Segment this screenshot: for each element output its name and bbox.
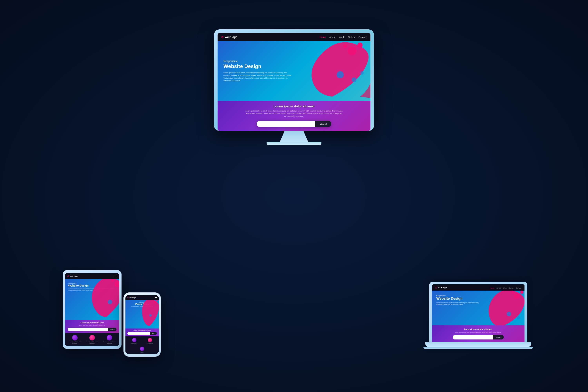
hamburger-line (114, 276, 117, 276)
phone-device: YourLogo Responsive Website Design Lorem… (124, 292, 161, 357)
card-circle (132, 338, 136, 342)
nav-item-galery[interactable]: Galery (348, 35, 355, 39)
tablet-purple-desc: Lorem ipsum dolor sit amet consectetur a… (68, 324, 116, 326)
tablet-card-2: Lorem ipsum dolor sit amet consectetur (84, 335, 100, 344)
svg-point-5 (360, 71, 364, 75)
phone-search-input[interactable] (128, 332, 150, 335)
svg-point-1 (357, 42, 362, 48)
nav-link-galery[interactable]: Galery (348, 36, 355, 38)
svg-point-16 (511, 292, 514, 294)
phone-search-bar[interactable]: Search (128, 332, 157, 335)
svg-point-14 (514, 293, 520, 299)
laptop-logo: YourLogo (435, 286, 447, 289)
monitor-hero-title: Website Design (224, 64, 301, 69)
tablet-screen: YourLogo Responsive Website Design Lorem… (65, 273, 119, 346)
card-circle (72, 335, 78, 340)
laptop-nav-galery[interactable]: Galery (509, 286, 514, 289)
phone-nav: YourLogo (126, 295, 159, 300)
phone-hero: Responsive Website Design Lorem ipsum do… (126, 300, 159, 328)
laptop-purple-title: Lorem ipsum dolor sit amet (436, 328, 520, 330)
laptop-nav-contact[interactable]: Contact (516, 286, 521, 289)
laptop-nav-about[interactable]: About (496, 286, 500, 289)
monitor-search-button[interactable]: Search (315, 121, 331, 127)
tablet-device: YourLogo Responsive Website Design Lorem… (63, 270, 122, 349)
monitor-search-input[interactable] (257, 121, 315, 127)
monitor-device: YourLogo Home About Work Galery Contact (214, 30, 374, 145)
svg-point-9 (108, 300, 112, 304)
phone-hamburger[interactable] (155, 297, 157, 298)
logo-icon (222, 36, 224, 38)
monitor-screen: YourLogo Home About Work Galery Contact (218, 33, 370, 131)
phone-cards: Lorem ipsum Lorem ipsum (126, 336, 159, 346)
tablet-search-button[interactable]: Search (108, 328, 116, 331)
phone-purple: Lorem ipsum dolor sit amet Search (126, 328, 159, 336)
hamburger-line (114, 277, 117, 277)
monitor-stand (278, 131, 310, 142)
tablet-logo-icon (68, 276, 69, 277)
tablet-logo-text: YourLogo (70, 275, 78, 277)
svg-point-15 (520, 291, 524, 294)
tablet-nav: YourLogo (65, 273, 119, 279)
laptop-nav-links: Home About Work Galery Contact (490, 286, 521, 289)
laptop-frame: YourLogo Home About Work Galery Contact … (429, 282, 527, 342)
tablet-cards: Lorem ipsum dolor sit amet consectetur L… (65, 333, 119, 346)
monitor-search-bar[interactable]: Search (257, 121, 331, 127)
monitor-frame: YourLogo Home About Work Galery Contact (214, 30, 374, 131)
laptop-screen: YourLogo Home About Work Galery Contact … (432, 284, 524, 342)
nav-link-home[interactable]: Home (320, 36, 326, 38)
nav-item-work[interactable]: Work (339, 35, 344, 39)
svg-point-11 (156, 300, 158, 301)
card-circle (90, 335, 95, 340)
monitor-hero: Responsive Website Design Lorem ipsum do… (218, 41, 370, 101)
phone-cards-2: Lorem (126, 346, 159, 354)
laptop-purple-desc: Lorem ipsum dolor sit amet consectetur a… (436, 332, 520, 333)
laptop-nav-link-work[interactable]: Work (503, 287, 507, 289)
monitor-purple-title: Lorem ipsum dolor sit amet (224, 105, 364, 108)
card-circle (106, 335, 112, 340)
monitor-nav: YourLogo Home About Work Galery Contact (218, 33, 370, 41)
svg-point-10 (154, 301, 156, 304)
phone-logo: YourLogo (128, 297, 136, 298)
monitor-purple-section: Lorem ipsum dolor sit amet Lorem ipsum d… (218, 101, 370, 131)
monitor-hero-subtitle: Responsive (224, 60, 301, 63)
laptop-device: YourLogo Home About Work Galery Contact … (429, 282, 533, 349)
tablet-purple-title: Lorem ipsum dolor sit amet (68, 322, 116, 324)
laptop-search-input[interactable] (453, 335, 493, 340)
tablet-website: YourLogo Responsive Website Design Lorem… (65, 273, 119, 346)
phone-frame: YourLogo Responsive Website Design Lorem… (124, 292, 161, 357)
laptop-purple: Lorem ipsum dolor sit amet Lorem ipsum d… (432, 325, 524, 342)
tablet-search-input[interactable] (68, 328, 108, 331)
laptop-logo-icon (435, 287, 437, 288)
laptop-search-button[interactable]: Search (493, 335, 504, 340)
laptop-nav-home[interactable]: Home (490, 286, 494, 289)
nav-item-about[interactable]: About (329, 35, 335, 39)
hamburger-line (155, 297, 157, 297)
tablet-search-bar[interactable]: Search (68, 328, 116, 331)
tablet-purple: Lorem ipsum dolor sit amet Lorem ipsum d… (65, 320, 119, 333)
hamburger-line (155, 297, 157, 298)
tablet-hero: Responsive Website Design Lorem ipsum do… (65, 279, 119, 320)
laptop-hero: Responsive Website Design Lorem ipsum do… (432, 291, 524, 325)
laptop-nav-link-home[interactable]: Home (490, 287, 494, 289)
hamburger-menu[interactable] (114, 275, 117, 277)
laptop-nav-link-about[interactable]: About (496, 287, 500, 289)
card-circle (140, 347, 144, 351)
nav-link-contact[interactable]: Contact (358, 36, 366, 38)
nav-link-about[interactable]: About (329, 36, 335, 38)
phone-search-button[interactable]: Search (150, 332, 157, 335)
nav-item-home[interactable]: Home (320, 35, 326, 39)
nav-link-work[interactable]: Work (339, 36, 344, 38)
nav-item-contact[interactable]: Contact (358, 35, 366, 39)
phone-logo-text: YourLogo (129, 297, 136, 298)
tablet-card-3: Lorem ipsum dolor sit amet consectetur (102, 335, 117, 344)
phone-card-3: Lorem (127, 347, 157, 353)
laptop-nav-link-contact[interactable]: Contact (516, 287, 521, 289)
phone-website: YourLogo Responsive Website Design Lorem… (126, 295, 159, 354)
laptop-nav-work[interactable]: Work (503, 286, 507, 289)
monitor-nav-links: Home About Work Galery Contact (320, 35, 366, 39)
laptop-base (425, 342, 531, 347)
tablet-logo: YourLogo (68, 275, 78, 277)
svg-point-13 (149, 314, 152, 316)
laptop-nav-link-galery[interactable]: Galery (509, 287, 514, 289)
laptop-search-bar[interactable]: Search (453, 335, 504, 340)
